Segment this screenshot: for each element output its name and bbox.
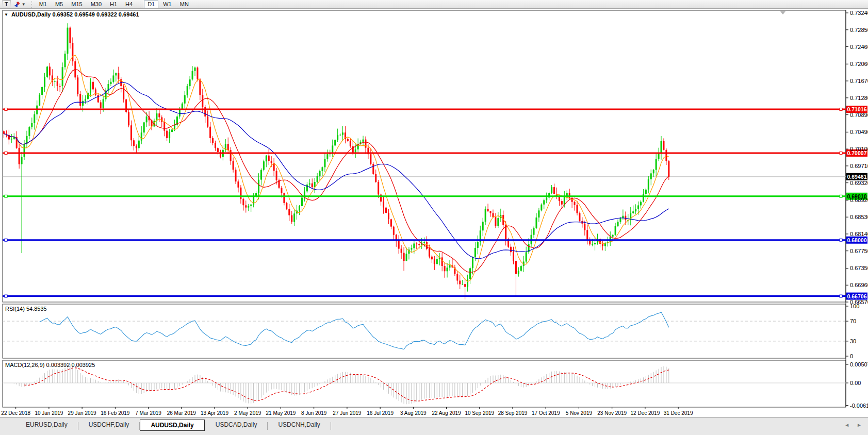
chart-tab-audusd[interactable]: AUDUSD,Daily [140, 420, 204, 431]
date-tick-label: 17 Oct 2019 [532, 410, 560, 416]
price-tick-label: 0.70490 [850, 129, 868, 135]
chart-tab-usdcad[interactable]: USDCAD,Daily [205, 420, 268, 430]
tf-button-m15[interactable]: M15 [68, 1, 86, 8]
date-tick-label: 22 Aug 2019 [432, 410, 461, 416]
rsi-tick-label: 70 [850, 318, 856, 324]
date-tick-label: 12 Dec 2019 [631, 410, 660, 416]
macd-tick-label: -0.006148 [850, 403, 868, 409]
tf-button-h4[interactable]: H4 [122, 1, 136, 8]
date-tick-label: 2 May 2019 [234, 410, 261, 416]
tf-button-m1[interactable]: M1 [36, 1, 51, 8]
arrows-icon [14, 1, 21, 8]
chart-tab-usdchf[interactable]: USDCHF,Daily [78, 420, 140, 430]
tf-button-h1[interactable]: H1 [106, 1, 121, 8]
price-tick-label: 0.66960 [850, 282, 868, 288]
price-tick-label: 0.71670 [850, 78, 868, 84]
tab-divider [331, 422, 331, 430]
price-tick-label: 0.70100 [850, 146, 868, 152]
date-tick-label: 27 Jun 2019 [333, 410, 361, 416]
tf-button-m30[interactable]: M30 [87, 1, 105, 8]
tf-button-w1[interactable]: W1 [159, 1, 175, 8]
rsi-tick-label: 30 [850, 338, 856, 344]
symbol-title: ▼ AUDUSD,Daily 0.69352 0.69549 0.69322 0… [4, 11, 139, 18]
date-tick-label: 10 Sep 2019 [465, 410, 494, 416]
current-price-badge: 0.69461 [846, 173, 867, 180]
chart-tab-usdcnh[interactable]: USDCNH,Daily [268, 420, 330, 430]
chart-window: 0.710160.700070.690100.680000.667060.732… [0, 9, 868, 417]
rsi-tick-label: 0 [850, 353, 853, 359]
tf-button-mn[interactable]: MN [176, 1, 192, 8]
date-tick-label: 13 Apr 2019 [201, 410, 228, 416]
price-tick-label: 0.73240 [850, 10, 868, 16]
date-tick-label: 8 Jun 2019 [301, 410, 327, 416]
price-tick-label: 0.70890 [850, 112, 868, 118]
chevron-down-icon: ▼ [22, 2, 26, 7]
tab-scroll-left-icon[interactable]: ◄ [844, 422, 849, 428]
tf-button-d1[interactable]: D1 [144, 1, 158, 8]
arrows-tool-button[interactable]: ▼ [12, 0, 28, 9]
macd-tick-label: 0.005076 [850, 361, 868, 367]
price-tick-label: 0.68920 [850, 197, 868, 203]
tab-scroll-right-icon[interactable]: ► [857, 422, 862, 428]
macd-tick-label: 0.00 [850, 380, 861, 386]
text-tool-button[interactable]: T [2, 1, 11, 8]
date-tick-label: 26 Mar 2019 [167, 410, 196, 416]
date-tick-label: 21 May 2019 [266, 410, 296, 416]
date-tick-label: 7 Mar 2019 [135, 410, 161, 416]
toolbar-grip [30, 1, 33, 8]
symbol-ohlc-text: AUDUSD,Daily 0.69352 0.69549 0.69322 0.6… [11, 11, 139, 18]
price-tick-label: 0.72060 [850, 61, 868, 67]
price-tick-label: 0.68140 [850, 231, 868, 237]
chart-tabbar: EURUSD,DailyUSDCHF,DailyAUDUSD,DailyUSDC… [0, 417, 868, 435]
price-tick-label: 0.69710 [850, 163, 868, 169]
rsi-tick-label: 100 [850, 303, 859, 309]
top-toolbar: T ▼ M1M5M15M30H1H4D1W1MN [0, 0, 868, 9]
svg-text:0.66706: 0.66706 [847, 293, 867, 299]
date-tick-label: 31 Dec 2019 [664, 410, 693, 416]
price-tick-label: 0.67350 [850, 265, 868, 271]
date-tick-label: 5 Nov 2019 [566, 410, 593, 416]
date-tick-label: 29 Jan 2019 [68, 410, 96, 416]
chart-canvas: 0.710160.700070.690100.680000.667060.732… [0, 9, 868, 417]
svg-text:0.68000: 0.68000 [847, 237, 867, 243]
date-tick-label: 16 Jul 2019 [367, 410, 394, 416]
price-tick-label: 0.72850 [850, 27, 868, 33]
chart-tab-eurusd[interactable]: EURUSD,Daily [15, 420, 78, 430]
tf-button-m5[interactable]: M5 [52, 1, 67, 8]
price-tick-label: 0.71280 [850, 95, 868, 101]
svg-text:0.69461: 0.69461 [847, 174, 867, 180]
date-tick-label: 16 Feb 2019 [101, 410, 130, 416]
date-tick-label: 22 Dec 2018 [1, 410, 30, 416]
collapse-triangle-icon[interactable]: ▼ [4, 12, 8, 17]
price-tick-label: 0.68530 [850, 214, 868, 220]
rsi-indicator-label: RSI(14) 54.8535 [5, 306, 47, 312]
date-tick-label: 28 Sep 2019 [498, 410, 528, 416]
date-tick-label: 23 Nov 2019 [597, 410, 627, 416]
price-tick-label: 0.72460 [850, 44, 868, 50]
macd-indicator-label: MACD(12,26,9) 0.003392 0.003925 [5, 362, 95, 368]
date-tick-label: 10 Jan 2019 [35, 410, 63, 416]
price-tick-label: 0.67750 [850, 248, 868, 254]
date-tick-label: 3 Aug 2019 [400, 410, 427, 416]
price-tick-label: 0.69320 [850, 180, 868, 186]
toolbar-grip [139, 1, 141, 8]
